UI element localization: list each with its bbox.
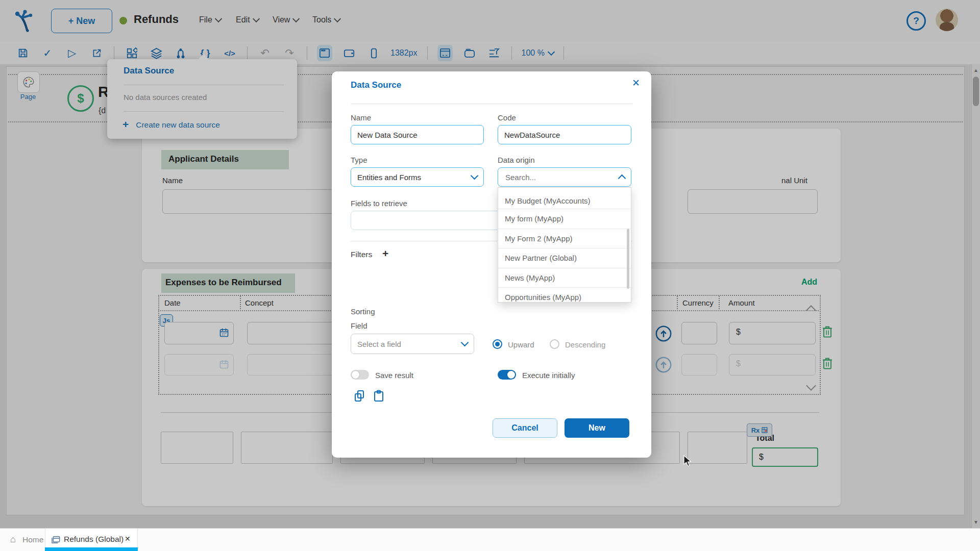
- paste-icon[interactable]: [373, 389, 385, 404]
- field-label: Field: [351, 321, 368, 330]
- dropdown-scrollbar-thumb[interactable]: [627, 229, 629, 289]
- origin-option[interactable]: New Partner (Global): [498, 248, 631, 268]
- chevron-up-icon: [618, 174, 626, 183]
- sort-field-placeholder: Select a field: [357, 340, 401, 348]
- divider: [351, 104, 632, 104]
- form-tab-icon: [52, 536, 60, 544]
- filters-label: Filters: [351, 250, 372, 259]
- add-filter-icon[interactable]: +: [382, 247, 388, 260]
- data-origin-label: Data origin: [498, 156, 535, 164]
- data-source-modal: Data Source ✕ Name Code Type Data origin…: [332, 71, 651, 458]
- cancel-button[interactable]: Cancel: [493, 418, 557, 438]
- data-origin-search[interactable]: [498, 167, 631, 187]
- new-button[interactable]: New: [565, 418, 629, 438]
- mouse-cursor: [683, 455, 694, 467]
- name-label: Name: [351, 113, 371, 122]
- origin-option[interactable]: My Budget (MyAccounts): [498, 188, 631, 209]
- type-label: Type: [351, 156, 368, 164]
- origin-option[interactable]: Opportunities (MyApp): [498, 288, 631, 303]
- save-result-label: Save result: [375, 371, 413, 380]
- descending-radio[interactable]: [550, 339, 559, 349]
- modal-title: Data Source: [351, 80, 401, 90]
- tab-label: Refunds (Global): [64, 535, 124, 544]
- fields-to-retrieve-label: Fields to retrieve: [351, 199, 407, 208]
- chevron-down-icon: [471, 172, 479, 180]
- active-tab-underline: [45, 547, 138, 551]
- name-input[interactable]: [351, 125, 484, 144]
- code-input[interactable]: [498, 125, 631, 144]
- origin-option[interactable]: News (MyApp): [498, 268, 631, 288]
- origin-option[interactable]: My form (MyApp): [498, 209, 631, 229]
- descending-label: Descending: [565, 340, 605, 349]
- sorting-label: Sorting: [351, 307, 375, 316]
- origin-option[interactable]: My Form 2 (MyApp): [498, 229, 631, 249]
- type-select[interactable]: Entities and Forms: [351, 167, 484, 187]
- close-tab-icon[interactable]: ✕: [125, 535, 131, 543]
- execute-initially-label: Execute initially: [522, 371, 575, 380]
- status-bar: ⌂ Home Refunds (Global) ✕: [0, 528, 980, 551]
- upward-label: Upward: [508, 340, 534, 349]
- chevron-down-icon: [461, 339, 469, 347]
- save-result-toggle[interactable]: [351, 370, 369, 380]
- data-origin-dropdown: My Budget (MyAccounts) My form (MyApp) M…: [498, 187, 631, 303]
- upward-radio[interactable]: [493, 339, 502, 349]
- sort-field-select[interactable]: Select a field: [351, 334, 474, 354]
- origin-search-input[interactable]: [504, 172, 603, 182]
- copy-icon[interactable]: [353, 389, 365, 404]
- home-tab-label[interactable]: Home: [22, 535, 43, 544]
- close-icon[interactable]: ✕: [632, 77, 640, 89]
- type-value: Entities and Forms: [357, 173, 421, 182]
- execute-initially-toggle[interactable]: [498, 370, 516, 380]
- code-label: Code: [498, 113, 516, 122]
- home-icon[interactable]: ⌂: [10, 534, 16, 545]
- app-window: + New Refunds File Edit View Tools ? ✓ ▷…: [0, 0, 980, 551]
